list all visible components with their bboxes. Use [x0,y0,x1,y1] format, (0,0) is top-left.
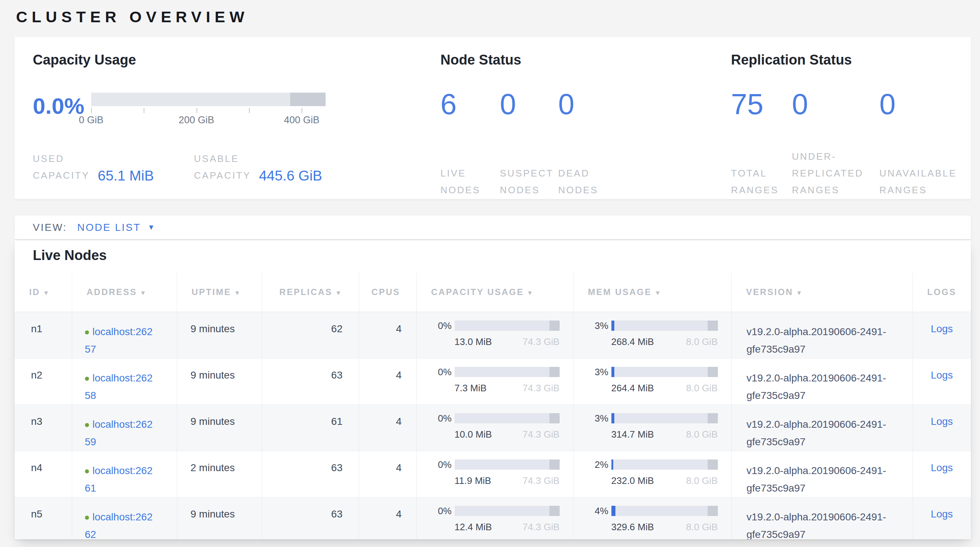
mem-bar [611,321,718,331]
mem-bar-dark-segment [708,460,718,470]
capacity-gauge-bar [91,93,326,106]
live-status-dot-icon [85,469,89,473]
node-address-link[interactable]: localhost:26257 [85,326,153,355]
node-capacity-usage: 0% 13.0 MiB 74.3 GiB [416,312,573,358]
node-logs-cell: Logs [913,451,971,497]
live-nodes-title: Live Nodes [33,248,971,263]
node-uptime: 2 minutes [177,451,262,497]
live-status-dot-icon [85,423,89,427]
node-status-title: Node Status [441,52,598,68]
mem-bar-fill [611,321,615,331]
header-address[interactable]: ADDRESS▼ [72,273,177,312]
capacity-usage-percent: 0.0% [33,95,91,118]
node-address-link[interactable]: localhost:26258 [85,372,153,401]
table-row: n3 localhost:26259 9 minutes 61 4 0% 10.… [14,404,971,451]
node-address-cell: localhost:26258 [72,358,177,404]
sort-arrow-icon: ▼ [234,289,241,296]
table-row: n2 localhost:26258 9 minutes 63 4 0% 7.3… [14,358,971,404]
sort-arrow-icon: ▼ [527,289,534,296]
node-address-link[interactable]: localhost:26261 [85,465,153,494]
used-capacity-value: 65.1 MiB [98,168,154,184]
view-bar: VIEW: NODE LIST ▼ [14,216,971,239]
unavailable-ranges-label: UNAVAILABLE RANGES [880,165,957,199]
mem-bar [611,460,718,470]
suspect-nodes-count: 0 [500,88,558,120]
node-mem-usage: 3% 314.7 MiB 8.0 GiB [573,404,731,451]
node-address-cell: localhost:26262 [72,497,177,539]
node-capacity-usage: 0% 11.9 MiB 74.3 GiB [416,451,573,497]
table-header-row: ID▼ ADDRESS▼ UPTIME▼ REPLICAS▼ CPUS CAPA… [14,273,971,312]
node-logs-cell: Logs [913,358,971,404]
capacity-bar [455,321,560,331]
node-mem-usage: 3% 264.4 MiB 8.0 GiB [573,358,731,404]
table-row: n1 localhost:26257 9 minutes 62 4 0% 13.… [14,312,971,358]
usable-capacity-label: USABLE CAPACITY [194,150,251,184]
under-replicated-label: UNDER- REPLICATED RANGES [792,148,880,199]
sort-arrow-icon: ▼ [655,289,662,296]
header-mem-usage[interactable]: MEM USAGE▼ [573,273,731,312]
node-address-cell: localhost:26259 [72,404,177,451]
unavailable-ranges-stat: 0 UNAVAILABLE RANGES [880,88,957,199]
sort-arrow-icon: ▼ [140,289,147,296]
node-replicas: 61 [262,404,359,451]
dead-nodes-label: DEAD NODES [558,165,598,199]
under-replicated-count: 0 [792,88,880,120]
mem-bar-dark-segment [708,367,718,377]
logs-link[interactable]: Logs [931,323,953,334]
node-cpus: 4 [359,451,416,497]
node-version: v19.2.0-alpha.20190606-2491-gfe735c9a97 [731,497,913,539]
header-replicas[interactable]: REPLICAS▼ [262,273,359,312]
header-cpus: CPUS [359,273,416,312]
node-status-section: Node Status 6 LIVE NODES 0 SUSPECT NODES… [441,52,598,199]
capacity-bar-dark-segment [549,367,559,377]
live-status-dot-icon [85,331,89,334]
capacity-bar [455,506,560,516]
header-uptime[interactable]: UPTIME▼ [177,273,262,312]
gauge-tick-label: 0 GiB [79,114,103,126]
live-status-dot-icon [85,377,89,381]
sort-arrow-icon: ▼ [796,289,803,296]
logs-link[interactable]: Logs [931,369,953,381]
unavailable-ranges-count: 0 [880,88,957,120]
replication-status-section: Replication Status 75 TOTAL RANGES 0 UND… [731,52,957,199]
node-uptime: 9 minutes [177,497,262,539]
mem-bar-dark-segment [708,413,718,423]
suspect-nodes-stat: 0 SUSPECT NODES [500,88,558,199]
capacity-usage-section: Capacity Usage 0.0% 0 GiB 200 GiB 400 Gi… [33,52,426,184]
header-version[interactable]: VERSION▼ [731,273,913,312]
view-label: VIEW: [33,222,67,234]
node-id: n3 [14,404,72,451]
node-address-link[interactable]: localhost:26259 [85,419,153,447]
mem-bar-fill [611,367,615,377]
logs-link[interactable]: Logs [931,462,953,473]
capacity-gauge: 0 GiB 200 GiB 400 GiB [91,93,326,127]
capacity-bar-dark-segment [549,506,559,516]
node-address-link[interactable]: localhost:26262 [85,511,153,540]
node-cpus: 4 [359,312,416,358]
logs-link[interactable]: Logs [931,416,953,427]
live-nodes-table: ID▼ ADDRESS▼ UPTIME▼ REPLICAS▼ CPUS CAPA… [14,273,971,539]
node-cpus: 4 [359,358,416,404]
header-capacity-usage[interactable]: CAPACITY USAGE▼ [416,273,573,312]
node-address-cell: localhost:26257 [72,312,177,358]
capacity-bar [455,460,560,470]
mem-bar-dark-segment [708,321,718,331]
table-row: n4 localhost:26261 2 minutes 63 4 0% 11.… [14,451,971,497]
capacity-bar-dark-segment [549,460,559,470]
view-dropdown[interactable]: NODE LIST ▼ [77,222,155,234]
capacity-gauge-dark-segment [290,93,326,106]
view-dropdown-value[interactable]: NODE LIST [77,222,141,234]
dead-nodes-count: 0 [558,88,598,120]
header-id[interactable]: ID▼ [14,273,72,312]
node-id: n2 [14,358,72,404]
capacity-bar-dark-segment [549,321,559,331]
chevron-down-icon[interactable]: ▼ [148,223,155,232]
logs-link[interactable]: Logs [931,508,953,520]
capacity-usage-title: Capacity Usage [33,52,426,68]
node-version: v19.2.0-alpha.20190606-2491-gfe735c9a97 [731,404,913,451]
suspect-nodes-label: SUSPECT NODES [500,165,558,199]
node-replicas: 63 [262,497,359,539]
mem-bar-fill [611,506,616,516]
node-uptime: 9 minutes [177,358,262,404]
cluster-summary-card: Capacity Usage 0.0% 0 GiB 200 GiB 400 Gi… [14,37,971,199]
